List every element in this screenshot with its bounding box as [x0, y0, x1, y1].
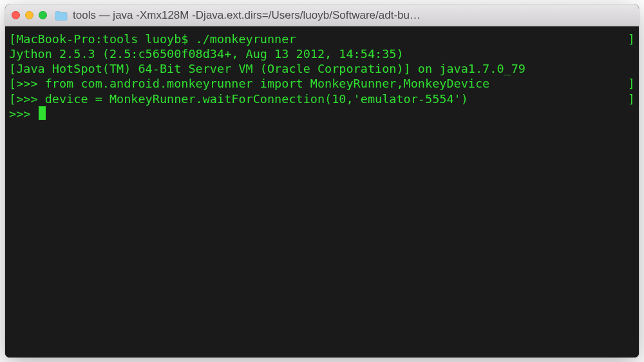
- terminal-line: Jython 2.5.3 (2.5:c56500f08d34+, Aug 13 …: [9, 46, 635, 61]
- close-button[interactable]: [12, 11, 20, 19]
- terminal-line: [Java HotSpot(TM) 64-Bit Server VM (Orac…: [9, 61, 635, 76]
- terminal-body[interactable]: [MacBook-Pro:tools luoyb$ ./monkeyrunner…: [5, 26, 639, 357]
- terminal-text: [Java HotSpot(TM) 64-Bit Server VM (Orac…: [9, 61, 526, 76]
- bracket-left: [: [9, 32, 16, 46]
- bracket-left: [: [9, 91, 16, 106]
- terminal-text: >>> from com.android.monkeyrunner import…: [16, 76, 489, 91]
- terminal-line: [MacBook-Pro:tools luoyb$ ./monkeyrunner…: [9, 32, 635, 46]
- folder-icon: [55, 10, 68, 21]
- terminal-text: MacBook-Pro:tools luoyb$ ./monkeyrunner: [16, 32, 296, 46]
- bracket-left: [: [9, 76, 16, 91]
- bracket-right: ]: [628, 76, 635, 91]
- window-title: tools — java -Xmx128M -Djava.ext.dirs=/U…: [73, 9, 632, 22]
- prompt: >>>: [9, 106, 38, 121]
- bracket-right: ]: [628, 91, 635, 106]
- minimize-button[interactable]: [25, 11, 33, 19]
- titlebar[interactable]: tools — java -Xmx128M -Djava.ext.dirs=/U…: [5, 5, 639, 26]
- terminal-window: tools — java -Xmx128M -Djava.ext.dirs=/U…: [5, 5, 639, 357]
- terminal-text: >>> device = MonkeyRunner.waitForConnect…: [16, 91, 468, 106]
- cursor: [39, 106, 46, 120]
- bracket-right: ]: [628, 32, 635, 46]
- terminal-text: Jython 2.5.3 (2.5:c56500f08d34+, Aug 13 …: [9, 46, 404, 61]
- terminal-line: [>>> device = MonkeyRunner.waitForConnec…: [9, 91, 635, 106]
- traffic-lights: [12, 11, 47, 19]
- maximize-button[interactable]: [39, 11, 47, 19]
- terminal-line: [>>> from com.android.monkeyrunner impor…: [9, 76, 635, 91]
- terminal-prompt-line[interactable]: >>>: [9, 106, 635, 121]
